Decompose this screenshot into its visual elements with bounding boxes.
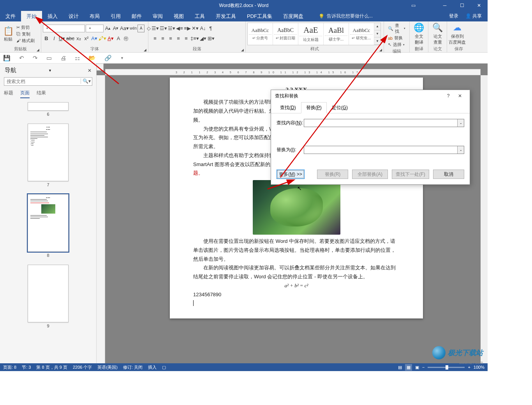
font-size-combo[interactable]: ▾ xyxy=(86,25,104,32)
tab-design[interactable]: 设计 xyxy=(63,11,84,21)
web-layout-icon[interactable]: ▣ xyxy=(415,365,419,370)
undo-icon[interactable]: ↶ xyxy=(19,55,24,62)
save-baidu-button[interactable]: ☁保存到百度网盘 xyxy=(449,23,466,45)
tab-selector[interactable] xyxy=(97,64,104,71)
page-thumb-7[interactable]: ■ ■ ■■■■ ■■■▬▬▬▬▬▬▬▬▬▬▬▬▬▬▬▬▬▬▬▬▬▬▬▬▬▬▬▬… xyxy=(28,124,69,187)
redo-icon[interactable]: ↷ xyxy=(33,55,38,62)
print-preview-icon[interactable]: 🖨 xyxy=(60,55,66,61)
font-color-button[interactable]: A▾ xyxy=(107,35,114,42)
paragraph-dialog-launcher[interactable]: ◢ xyxy=(241,48,244,52)
styles-up-icon[interactable]: ▲ xyxy=(374,23,381,30)
styles-down-icon[interactable]: ▼ xyxy=(374,30,381,38)
status-pages[interactable]: 第 8 页，共 9 页 xyxy=(36,364,67,370)
share-button[interactable]: 👤 共享 xyxy=(465,13,482,19)
styles-gallery[interactable]: AaBbCc↵ 分类号 AaBbC↵ 封面日期 AaE论文标题 AaBl硕士学.… xyxy=(247,23,381,45)
nav-close-icon[interactable]: ✕ xyxy=(88,68,92,73)
superscript-button[interactable]: x² xyxy=(83,35,90,42)
tab-developer[interactable]: 开发工具 xyxy=(210,11,241,21)
italic-button[interactable]: I xyxy=(51,35,58,42)
vertical-scrollbar[interactable] xyxy=(481,75,488,363)
font-family-combo[interactable]: ▾ xyxy=(43,25,85,32)
ribbon-display-options-icon[interactable]: ▭ xyxy=(407,0,419,11)
style-item-5[interactable]: AaBbCc↵ 研究生... xyxy=(349,23,374,45)
print-layout-icon[interactable]: ▦ xyxy=(405,364,412,371)
tab-file[interactable]: 文件 xyxy=(0,11,21,21)
nav-tab-headings[interactable]: 标题 xyxy=(4,90,13,98)
dropdown-icon[interactable]: ⌄ xyxy=(457,119,464,127)
dialog-help-button[interactable]: ? xyxy=(442,93,454,99)
decrease-indent-button[interactable]: ◀≡ xyxy=(176,25,183,32)
zoom-in-button[interactable]: + xyxy=(468,365,470,370)
document-image[interactable] xyxy=(253,180,340,235)
find-what-input[interactable]: ⌄ xyxy=(304,119,464,127)
multilevel-button[interactable]: ☱▾ xyxy=(168,25,175,32)
status-page[interactable]: 页面: 8 xyxy=(3,364,16,370)
vertical-ruler[interactable] xyxy=(97,75,105,363)
email-icon[interactable]: ⚏ xyxy=(75,55,80,62)
char-border-button[interactable]: A xyxy=(137,25,144,32)
macro-record-icon[interactable]: ▢ xyxy=(162,365,166,370)
styles-dialog-launcher[interactable]: ◢ xyxy=(379,48,382,52)
dialog-tab-find[interactable]: 查找(D) xyxy=(275,102,301,113)
cut-button[interactable]: ✂剪切 xyxy=(16,24,35,31)
new-icon[interactable]: ▭ xyxy=(46,55,52,62)
align-right-button[interactable]: ≡ xyxy=(167,35,174,42)
tab-review[interactable]: 审阅 xyxy=(147,11,168,21)
line-spacing-button[interactable]: ‡≡▾ xyxy=(190,35,199,42)
increase-indent-button[interactable]: ≡▶ xyxy=(184,25,191,32)
styles-more-icon[interactable]: ▼ xyxy=(374,37,381,45)
highlight-button[interactable]: 🖍▾ xyxy=(99,35,106,42)
dialog-close-button[interactable]: ✕ xyxy=(454,93,466,99)
numbering-button[interactable]: ☲▾ xyxy=(160,25,167,32)
login-link[interactable]: 登录 xyxy=(449,13,458,19)
qat-more-icon[interactable]: ▼ xyxy=(120,56,124,60)
more-button[interactable]: 更多(M) >> xyxy=(277,170,305,179)
format-painter-button[interactable]: 🖌格式刷 xyxy=(16,37,35,44)
text-effects-button[interactable]: A▾ xyxy=(91,35,98,42)
style-item-4[interactable]: AaBl硕士学... xyxy=(324,23,349,45)
copy-button[interactable]: ⿻复制 xyxy=(16,31,35,37)
save-icon[interactable]: 💾 xyxy=(3,55,11,62)
nav-dropdown-icon[interactable]: ▼ xyxy=(48,69,52,73)
strikethrough-button[interactable]: abc xyxy=(66,35,74,42)
asian-layout-button[interactable]: ✕▾ xyxy=(192,25,199,32)
tab-layout[interactable]: 布局 xyxy=(84,11,105,21)
translate-button[interactable]: 🌐全文翻译 xyxy=(411,23,426,45)
dialog-tab-goto[interactable]: 定位(G) xyxy=(327,102,353,113)
insert-hyperlink-icon[interactable]: 🔗 xyxy=(104,55,112,62)
bullets-button[interactable]: ☰▾ xyxy=(151,25,159,32)
style-item-1[interactable]: AaBbCc↵ 分类号 xyxy=(248,23,273,45)
replace-one-button[interactable]: 替换(R) xyxy=(317,170,348,179)
status-insert-mode[interactable]: 插入 xyxy=(148,364,157,370)
align-left-button[interactable]: ≡ xyxy=(151,35,159,42)
dialog-tab-replace[interactable]: 替换(P) xyxy=(301,102,327,113)
underline-button[interactable]: U▾ xyxy=(58,35,65,42)
grow-font-button[interactable]: A▴ xyxy=(104,25,111,32)
zoom-slider[interactable] xyxy=(428,367,465,368)
status-language[interactable]: 英语(美国) xyxy=(97,364,117,370)
close-button[interactable]: ✕ xyxy=(470,0,488,11)
page-thumb-6[interactable]: 6 xyxy=(28,102,69,117)
replace-with-input[interactable]: ⌄ xyxy=(304,146,464,154)
tab-insert[interactable]: 插入 xyxy=(42,11,63,21)
nav-tab-results[interactable]: 结果 xyxy=(37,90,46,98)
find-button[interactable]: 🔍查找 ▾ xyxy=(388,22,405,35)
horizontal-ruler[interactable]: 3 2 1 1 2 3 4 5 6 7 8 9 10 11 12 13 14 1… xyxy=(105,69,481,75)
style-item-3[interactable]: AaE论文标题 xyxy=(298,23,324,45)
tab-tools[interactable]: 工具 xyxy=(189,11,210,21)
style-item-2[interactable]: AaBbC↵ 封面日期 xyxy=(273,23,298,45)
tab-mailings[interactable]: 邮件 xyxy=(126,11,147,21)
nav-tab-pages[interactable]: 页面 xyxy=(20,90,30,98)
dropdown-icon[interactable]: ⌄ xyxy=(457,146,464,154)
shrink-font-button[interactable]: A▾ xyxy=(112,25,119,32)
maximize-button[interactable]: ☐ xyxy=(453,0,470,11)
enclose-char-button[interactable]: ㊕ xyxy=(123,35,130,42)
tab-baidu[interactable]: 百度网盘 xyxy=(278,11,309,21)
page-thumb-8[interactable]: ■■ ■■■▬▬▬▬▬▬▬▬▬▬▬▬▬▬▬▬▬▬▬▬▬▬▬▬▬▬▬▬▬▬▬▬▬▬… xyxy=(28,194,69,258)
shading-button[interactable]: ◢▾ xyxy=(200,35,207,42)
status-words[interactable]: 2206 个字 xyxy=(73,364,92,370)
font-dialog-launcher[interactable]: ◢ xyxy=(144,48,146,52)
tab-pdf[interactable]: PDF工具集 xyxy=(241,11,278,21)
borders-button[interactable]: ⊞▾ xyxy=(208,35,215,42)
tab-home[interactable]: 开始 xyxy=(21,11,42,21)
